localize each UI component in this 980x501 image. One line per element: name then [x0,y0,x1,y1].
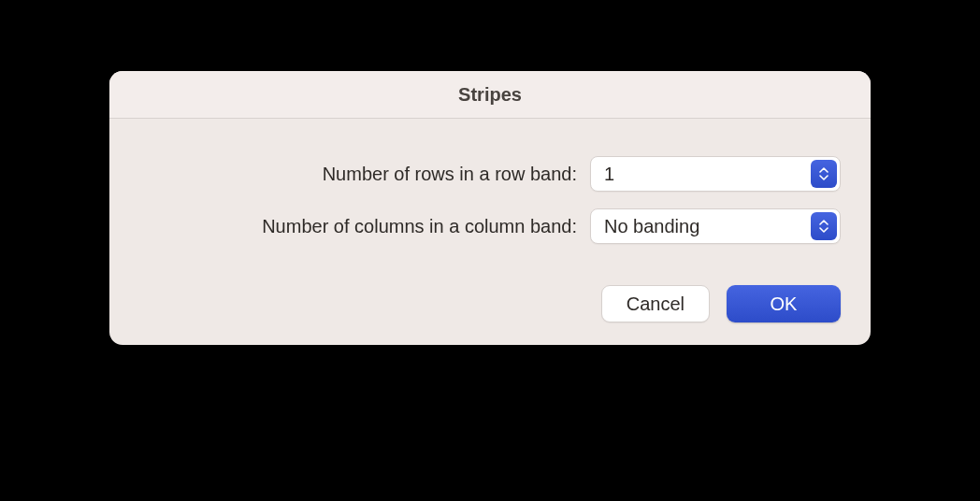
button-row: Cancel OK [139,285,841,322]
stepper-icon [811,160,837,188]
row-band-value: 1 [590,156,841,192]
stripes-dialog: Stripes Number of rows in a row band: 1 … [109,71,871,345]
stepper-icon [811,212,837,240]
row-band-select[interactable]: 1 [590,156,841,192]
column-band-label: Number of columns in a column band: [262,216,577,237]
dialog-body: Number of rows in a row band: 1 Number o… [109,119,871,345]
column-band-select[interactable]: No banding [590,208,841,244]
ok-button[interactable]: OK [727,285,841,322]
column-band-row: Number of columns in a column band: No b… [139,208,841,244]
column-band-value: No banding [590,208,841,244]
row-band-row: Number of rows in a row band: 1 [139,156,841,192]
row-band-label: Number of rows in a row band: [323,164,577,185]
dialog-title: Stripes [109,84,871,106]
cancel-button[interactable]: Cancel [601,285,710,322]
dialog-titlebar: Stripes [109,71,871,119]
